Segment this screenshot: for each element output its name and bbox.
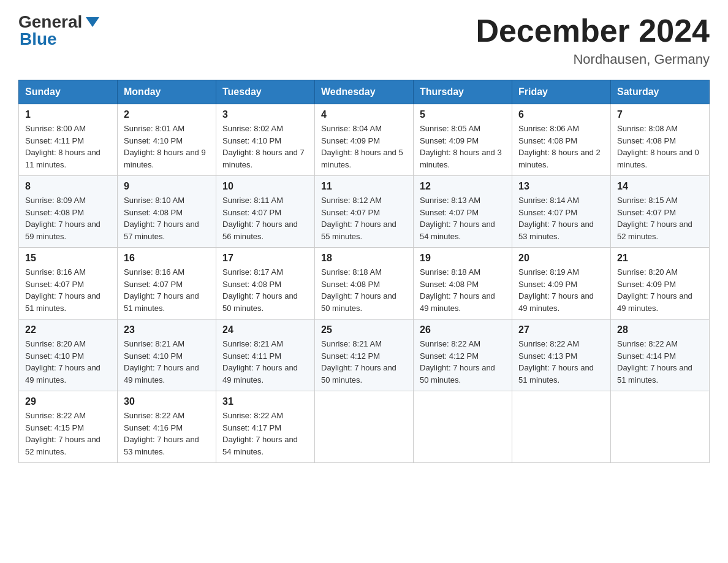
day-number: 26 (420, 324, 506, 335)
day-info: Sunrise: 8:22 AMSunset: 4:12 PMDaylight:… (420, 339, 495, 385)
day-number: 9 (124, 181, 210, 192)
day-number: 25 (321, 324, 407, 335)
day-info: Sunrise: 8:22 AMSunset: 4:15 PMDaylight:… (25, 411, 100, 456)
day-info: Sunrise: 8:22 AMSunset: 4:17 PMDaylight:… (222, 411, 298, 456)
day-number: 29 (25, 396, 111, 407)
day-number: 8 (25, 181, 111, 192)
calendar-cell: 28 Sunrise: 8:22 AMSunset: 4:14 PMDaylig… (611, 320, 710, 391)
day-info: Sunrise: 8:20 AMSunset: 4:09 PMDaylight:… (617, 267, 692, 313)
day-info: Sunrise: 8:09 AMSunset: 4:08 PMDaylight:… (25, 196, 100, 241)
calendar-cell: 29 Sunrise: 8:22 AMSunset: 4:15 PMDaylig… (19, 391, 118, 463)
day-info: Sunrise: 8:06 AMSunset: 4:08 PMDaylight:… (518, 124, 601, 169)
calendar-week-row: 22 Sunrise: 8:20 AMSunset: 4:10 PMDaylig… (19, 320, 710, 391)
calendar-cell: 15 Sunrise: 8:16 AMSunset: 4:07 PMDaylig… (19, 248, 118, 320)
calendar-cell: 6 Sunrise: 8:06 AMSunset: 4:08 PMDayligh… (512, 104, 611, 176)
day-number: 13 (518, 181, 604, 192)
day-number: 11 (321, 181, 407, 192)
calendar-week-row: 29 Sunrise: 8:22 AMSunset: 4:15 PMDaylig… (19, 391, 710, 463)
day-info: Sunrise: 8:17 AMSunset: 4:08 PMDaylight:… (222, 267, 298, 313)
col-header-saturday: Saturday (611, 80, 710, 104)
day-number: 21 (617, 253, 703, 264)
col-header-thursday: Thursday (414, 80, 512, 104)
calendar-cell: 16 Sunrise: 8:16 AMSunset: 4:07 PMDaylig… (118, 248, 216, 320)
day-info: Sunrise: 8:22 AMSunset: 4:13 PMDaylight:… (518, 339, 594, 385)
calendar-cell: 17 Sunrise: 8:17 AMSunset: 4:08 PMDaylig… (216, 248, 315, 320)
col-header-friday: Friday (512, 80, 611, 104)
day-info: Sunrise: 8:18 AMSunset: 4:08 PMDaylight:… (321, 267, 396, 313)
logo-blue: Blue (20, 29, 57, 49)
calendar-cell: 3 Sunrise: 8:02 AMSunset: 4:10 PMDayligh… (216, 104, 315, 176)
day-info: Sunrise: 8:13 AMSunset: 4:07 PMDaylight:… (420, 196, 495, 241)
calendar-cell: 1 Sunrise: 8:00 AMSunset: 4:11 PMDayligh… (19, 104, 118, 176)
calendar-cell: 7 Sunrise: 8:08 AMSunset: 4:08 PMDayligh… (611, 104, 710, 176)
calendar-week-row: 1 Sunrise: 8:00 AMSunset: 4:11 PMDayligh… (19, 104, 710, 176)
calendar-cell (611, 391, 710, 463)
calendar-cell: 9 Sunrise: 8:10 AMSunset: 4:08 PMDayligh… (118, 176, 216, 248)
day-info: Sunrise: 8:01 AMSunset: 4:10 PMDaylight:… (124, 124, 206, 169)
day-number: 17 (222, 253, 308, 264)
calendar-cell (315, 391, 414, 463)
day-number: 18 (321, 253, 407, 264)
calendar-week-row: 8 Sunrise: 8:09 AMSunset: 4:08 PMDayligh… (19, 176, 710, 248)
calendar-cell: 18 Sunrise: 8:18 AMSunset: 4:08 PMDaylig… (315, 248, 414, 320)
day-info: Sunrise: 8:16 AMSunset: 4:07 PMDaylight:… (124, 267, 199, 313)
logo: General Blue (18, 12, 99, 49)
calendar-cell: 30 Sunrise: 8:22 AMSunset: 4:16 PMDaylig… (118, 391, 216, 463)
title-area: December 2024 Nordhausen, Germany (476, 12, 710, 67)
calendar-cell: 23 Sunrise: 8:21 AMSunset: 4:10 PMDaylig… (118, 320, 216, 391)
day-number: 10 (222, 181, 308, 192)
day-info: Sunrise: 8:19 AMSunset: 4:09 PMDaylight:… (518, 267, 594, 313)
calendar-cell: 2 Sunrise: 8:01 AMSunset: 4:10 PMDayligh… (118, 104, 216, 176)
day-info: Sunrise: 8:15 AMSunset: 4:07 PMDaylight:… (617, 196, 692, 241)
calendar-cell: 5 Sunrise: 8:05 AMSunset: 4:09 PMDayligh… (414, 104, 512, 176)
col-header-wednesday: Wednesday (315, 80, 414, 104)
calendar-cell: 8 Sunrise: 8:09 AMSunset: 4:08 PMDayligh… (19, 176, 118, 248)
calendar-cell (512, 391, 611, 463)
calendar-cell: 14 Sunrise: 8:15 AMSunset: 4:07 PMDaylig… (611, 176, 710, 248)
calendar-cell: 4 Sunrise: 8:04 AMSunset: 4:09 PMDayligh… (315, 104, 414, 176)
day-number: 31 (222, 396, 308, 407)
day-number: 30 (124, 396, 210, 407)
day-number: 2 (124, 109, 210, 120)
logo-triangle-icon (86, 17, 99, 27)
day-info: Sunrise: 8:00 AMSunset: 4:11 PMDaylight:… (25, 124, 100, 169)
calendar-header-row: SundayMondayTuesdayWednesdayThursdayFrid… (19, 80, 710, 104)
day-info: Sunrise: 8:20 AMSunset: 4:10 PMDaylight:… (25, 339, 100, 385)
calendar-cell (414, 391, 512, 463)
day-info: Sunrise: 8:21 AMSunset: 4:11 PMDaylight:… (222, 339, 298, 385)
calendar-week-row: 15 Sunrise: 8:16 AMSunset: 4:07 PMDaylig… (19, 248, 710, 320)
day-number: 4 (321, 109, 407, 120)
day-number: 3 (222, 109, 308, 120)
calendar-table: SundayMondayTuesdayWednesdayThursdayFrid… (18, 80, 710, 463)
calendar-cell: 21 Sunrise: 8:20 AMSunset: 4:09 PMDaylig… (611, 248, 710, 320)
day-info: Sunrise: 8:10 AMSunset: 4:08 PMDaylight:… (124, 196, 199, 241)
day-info: Sunrise: 8:22 AMSunset: 4:14 PMDaylight:… (617, 339, 692, 385)
location-title: Nordhausen, Germany (476, 52, 710, 67)
col-header-tuesday: Tuesday (216, 80, 315, 104)
calendar-cell: 25 Sunrise: 8:21 AMSunset: 4:12 PMDaylig… (315, 320, 414, 391)
day-info: Sunrise: 8:21 AMSunset: 4:10 PMDaylight:… (124, 339, 199, 385)
day-number: 27 (518, 324, 604, 335)
day-number: 20 (518, 253, 604, 264)
day-number: 16 (124, 253, 210, 264)
calendar-cell: 27 Sunrise: 8:22 AMSunset: 4:13 PMDaylig… (512, 320, 611, 391)
day-number: 28 (617, 324, 703, 335)
calendar-cell: 24 Sunrise: 8:21 AMSunset: 4:11 PMDaylig… (216, 320, 315, 391)
day-info: Sunrise: 8:08 AMSunset: 4:08 PMDaylight:… (617, 124, 699, 169)
col-header-monday: Monday (118, 80, 216, 104)
day-number: 12 (420, 181, 506, 192)
day-info: Sunrise: 8:11 AMSunset: 4:07 PMDaylight:… (222, 196, 298, 241)
calendar-cell: 19 Sunrise: 8:18 AMSunset: 4:08 PMDaylig… (414, 248, 512, 320)
calendar-cell: 11 Sunrise: 8:12 AMSunset: 4:07 PMDaylig… (315, 176, 414, 248)
calendar-cell: 12 Sunrise: 8:13 AMSunset: 4:07 PMDaylig… (414, 176, 512, 248)
day-number: 15 (25, 253, 111, 264)
day-number: 6 (518, 109, 604, 120)
col-header-sunday: Sunday (19, 80, 118, 104)
calendar-cell: 22 Sunrise: 8:20 AMSunset: 4:10 PMDaylig… (19, 320, 118, 391)
page-header: General Blue December 2024 Nordhausen, G… (18, 12, 710, 67)
calendar-cell: 26 Sunrise: 8:22 AMSunset: 4:12 PMDaylig… (414, 320, 512, 391)
day-info: Sunrise: 8:12 AMSunset: 4:07 PMDaylight:… (321, 196, 396, 241)
day-number: 24 (222, 324, 308, 335)
day-number: 22 (25, 324, 111, 335)
calendar-cell: 10 Sunrise: 8:11 AMSunset: 4:07 PMDaylig… (216, 176, 315, 248)
